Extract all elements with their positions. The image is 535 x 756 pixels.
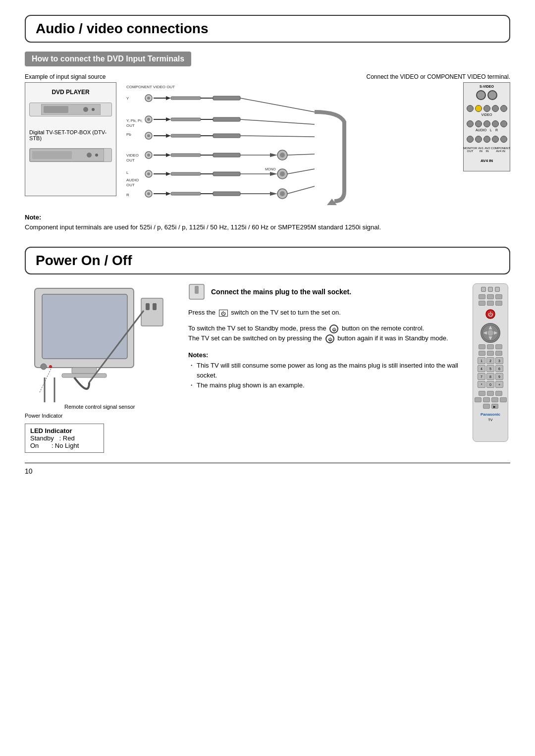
video-row [467, 105, 507, 112]
svg-rect-72 [171, 192, 201, 195]
mains-row: Connect the mains plug to the wall socke… [188, 283, 461, 302]
remote-num-star[interactable]: * [478, 381, 485, 388]
svg-text:OUT: OUT [126, 183, 135, 187]
svg-marker-38 [166, 134, 171, 138]
remote-btn11[interactable] [487, 351, 494, 356]
svg-point-44 [147, 154, 150, 157]
remote-num7[interactable]: 7 [478, 373, 485, 380]
remote-num-hash[interactable]: + [495, 381, 503, 388]
svg-text:Pb: Pb [126, 132, 131, 137]
remote-icon2 [488, 287, 493, 292]
remote-btn3[interactable] [495, 294, 502, 299]
monitor-out-label: MONITOR OUT [463, 147, 477, 153]
remote-btn15[interactable] [495, 391, 502, 396]
remote-num1[interactable]: 1 [478, 357, 485, 364]
svg-line-93 [40, 367, 52, 392]
svg-rect-47 [171, 154, 201, 157]
remote-btn19[interactable] [500, 397, 507, 402]
svg-text:VIDEO: VIDEO [126, 153, 139, 158]
diagram-labels-row: Example of input signal source Connect t… [25, 73, 510, 80]
svg-text:L: L [126, 170, 129, 175]
switch-on-instruction: The TV set can be switched on by pressin… [188, 333, 461, 343]
remote-btn7[interactable] [479, 344, 485, 349]
remote-btn10[interactable] [479, 351, 485, 356]
note-box: Note: Component input terminals are used… [25, 213, 510, 232]
svg-rect-90 [146, 303, 150, 310]
svg-point-20 [147, 97, 150, 100]
remote-btn14[interactable] [487, 391, 494, 396]
port-b1 [467, 136, 474, 143]
remote-btn8[interactable] [487, 344, 494, 349]
svg-line-66 [287, 169, 315, 174]
remote-num5[interactable]: 5 [486, 365, 494, 372]
svg-marker-58 [166, 172, 171, 176]
led-on-label: On [30, 442, 39, 449]
svg-text:OUT: OUT [126, 158, 135, 162]
port-b3 [483, 136, 490, 143]
remote-btn16[interactable] [475, 397, 482, 402]
port-b5 [500, 136, 507, 143]
remote-num3[interactable]: 3 [495, 357, 503, 364]
port-b4 [492, 136, 499, 143]
remote-nav-circle[interactable] [481, 323, 500, 343]
svg-marker-71 [166, 192, 171, 196]
power-left: Remote control signal sensor Power Indic… [25, 283, 178, 453]
remote-num6[interactable]: 6 [495, 365, 503, 372]
remote-num8[interactable]: 8 [486, 373, 494, 380]
port-video4 [492, 105, 499, 112]
led-indicator-box: LED Indicator Standby : Red On : No Ligh… [25, 424, 104, 453]
remote-btn12[interactable] [495, 351, 502, 356]
svideo-label: S-VIDEO [480, 85, 494, 88]
av1-label: AV1 IN [478, 147, 483, 153]
svg-rect-33 [213, 117, 240, 121]
led-standby-value: : Red [59, 434, 75, 442]
svg-rect-25 [213, 96, 240, 100]
remote-top-icons [481, 287, 500, 292]
svg-point-78 [280, 191, 285, 196]
svg-rect-83 [72, 368, 97, 374]
remote-btn18[interactable] [491, 397, 498, 402]
remote-btn21[interactable]: ▶ [491, 404, 498, 409]
remote-num9[interactable]: 9 [495, 373, 503, 380]
power-middle: Connect the mains plug to the wall socke… [188, 283, 461, 390]
audio-video-section: Audio / video connections How to connect… [25, 15, 510, 232]
dtv-device [29, 148, 112, 162]
audio-row1 [467, 120, 507, 127]
remote-num4[interactable]: 4 [478, 365, 485, 372]
remote-num2[interactable]: 2 [486, 357, 494, 364]
dvd-player-device [29, 103, 112, 116]
power-section: Power On / Off [25, 247, 510, 453]
remote-btn9[interactable] [495, 344, 502, 349]
remote-btn2[interactable] [487, 294, 494, 299]
remote-power-button[interactable]: ⏻ [485, 309, 496, 320]
remote-btn17[interactable] [483, 397, 490, 402]
remote-row1 [479, 294, 502, 299]
remote-btn4[interactable] [479, 301, 485, 306]
svg-marker-46 [166, 153, 171, 157]
power-switch-icon [188, 283, 205, 302]
remote-btn1[interactable] [479, 294, 485, 299]
remote-btn13[interactable] [479, 391, 485, 396]
page-divider [25, 463, 510, 463]
remote-btn5[interactable] [487, 301, 494, 306]
port-video1 [467, 105, 474, 112]
remote-btn6[interactable] [495, 301, 502, 306]
dtv-stb-label: Digital TV-SET-TOP-BOX (DTV-STB) [29, 129, 112, 141]
remote-btn20[interactable] [483, 404, 490, 409]
connect-video-label: Connect the VIDEO or COMPONENT VIDEO ter… [366, 73, 510, 80]
svg-point-6 [87, 153, 92, 158]
svg-point-56 [147, 172, 150, 175]
remote-row5 [479, 391, 502, 396]
svg-text:AUDIO: AUDIO [126, 178, 139, 182]
source-box: DVD PLAYER Digital TV-SET-TOP-BOX (DTV-S… [25, 82, 116, 196]
remote-row3 [479, 344, 502, 349]
svg-rect-23 [171, 97, 201, 100]
power-content: Remote control signal sensor Power Indic… [25, 283, 510, 453]
note-text: Component input terminals are used for 5… [25, 223, 381, 231]
remote-numpad: 1 2 3 4 5 6 7 8 9 * 0 + [478, 357, 503, 388]
subsection-title: How to connect the DVD Input Terminals [25, 52, 191, 66]
svg-marker-63 [270, 172, 277, 176]
remote-num0[interactable]: 0 [486, 381, 494, 388]
svg-line-34 [240, 119, 315, 124]
port-a4 [492, 120, 499, 127]
